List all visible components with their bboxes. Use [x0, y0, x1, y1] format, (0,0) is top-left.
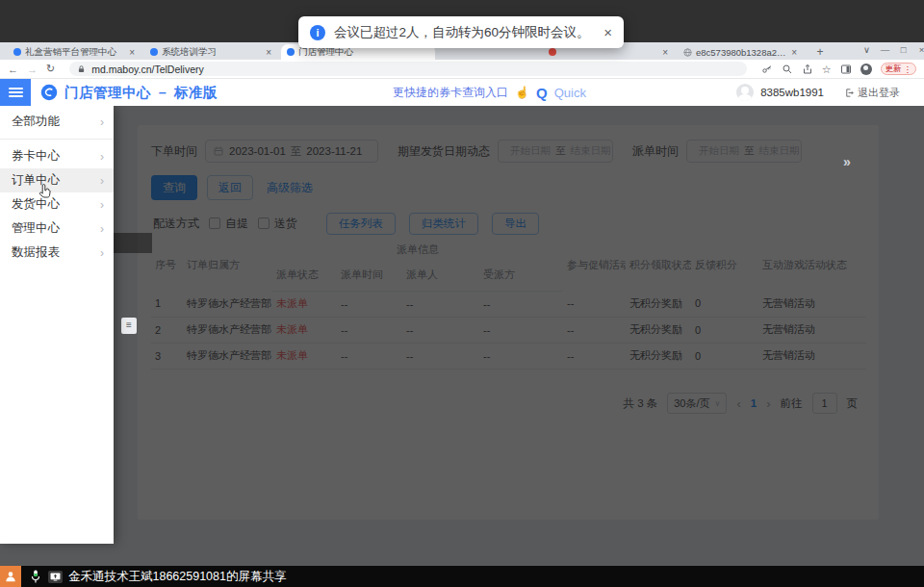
- window-close-button[interactable]: ×: [914, 44, 924, 55]
- zoom-icon[interactable]: [782, 64, 793, 75]
- sidebar-item-coupon-center[interactable]: 券卡中心 ›: [0, 144, 114, 168]
- toast-close-icon[interactable]: ×: [603, 24, 612, 40]
- sidebar-item-label: 发货中心: [12, 196, 60, 213]
- sidebar-drawer: 全部功能 › 券卡中心 › 订单中心 › 发货中心 ›: [0, 106, 114, 544]
- profile-avatar-icon[interactable]: [860, 64, 872, 75]
- cursor-pointer: [38, 183, 52, 203]
- pointing-hand-icon: ☝: [515, 86, 529, 99]
- coupon-query-link[interactable]: 更快捷的券卡查询入口: [393, 85, 508, 101]
- site-favicon: [150, 48, 158, 56]
- chevron-right-icon: ›: [100, 115, 104, 129]
- chevron-right-icon: ›: [100, 150, 104, 164]
- page-title: 门店管理中心 － 标准版: [64, 84, 218, 102]
- globe-icon: [683, 48, 692, 57]
- brand: 门店管理中心 － 标准版: [40, 79, 218, 106]
- site-favicon: [13, 48, 21, 56]
- app-viewport: 门店管理中心 － 标准版 更快捷的券卡查询入口 ☝ Q Quick 8385wb…: [0, 79, 924, 566]
- sidebar-item-label: 订单中心: [12, 172, 60, 189]
- logout-icon: [844, 88, 855, 98]
- sidebar-item-management-center[interactable]: 管理中心 ›: [0, 217, 114, 241]
- logout-label: 退出登录: [858, 86, 900, 100]
- chevron-right-icon: ›: [100, 198, 104, 212]
- sidebar-item-label: 数据报表: [12, 244, 60, 261]
- window-maximize-button[interactable]: □: [896, 44, 911, 55]
- tab-search-icon[interactable]: ∨: [860, 44, 874, 55]
- logout-button[interactable]: 退出登录: [844, 86, 900, 100]
- tab-title: e8c573980b1328a258fd2e618: [696, 47, 787, 58]
- lock-icon: [77, 64, 86, 74]
- site-favicon: [287, 48, 295, 56]
- meeting-toast: i 会议已超过2人，自动转为60分钟限时会议。 ×: [298, 16, 624, 48]
- site-favicon: [549, 48, 556, 56]
- sidebar-item-label: 券卡中心: [12, 148, 60, 165]
- back-icon[interactable]: ←: [8, 64, 18, 75]
- new-tab-button[interactable]: +: [813, 45, 827, 59]
- modal-overlay[interactable]: [0, 106, 924, 566]
- password-key-icon[interactable]: [761, 64, 773, 75]
- chrome-update-button[interactable]: 更新 ⋮: [881, 63, 917, 75]
- toast-message: 会议已超过2人，自动转为60分钟限时会议。: [334, 24, 590, 41]
- app-body: 下单时间 2023-01-01 至 2023-11-21 期望发货日期动: [0, 106, 924, 566]
- share-status-text: 金禾通技术王斌18662591081的屏幕共享: [68, 569, 286, 585]
- screen-share-bar: 金禾通技术王斌18662591081的屏幕共享: [0, 566, 924, 587]
- microphone-icon: [29, 569, 42, 584]
- sidebar-item-label: 管理中心: [12, 220, 60, 237]
- search-q-icon[interactable]: Q: [536, 85, 548, 101]
- share-icon[interactable]: [802, 64, 813, 75]
- browser-tab[interactable]: 礼盒营销平台管理中心 ×: [8, 44, 141, 60]
- quick-search-label[interactable]: Quick: [554, 86, 586, 100]
- update-label: 更新: [886, 64, 902, 75]
- chevron-right-icon: ›: [100, 174, 104, 188]
- bookmark-star-icon[interactable]: ☆: [822, 64, 832, 75]
- forward-icon[interactable]: →: [27, 64, 38, 75]
- username-text: 8385wb1991: [760, 87, 824, 98]
- info-icon: i: [310, 25, 325, 40]
- quick-search-cluster: 更快捷的券卡查询入口 ☝ Q Quick: [393, 79, 586, 106]
- user-avatar: [736, 84, 754, 101]
- address-bar[interactable]: md.maboy.cn/TelDelivery: [69, 62, 746, 76]
- sidebar-item-shipping-center[interactable]: 发货中心 ›: [0, 192, 114, 217]
- sidebar-item-label: 全部功能: [12, 114, 60, 130]
- window-minimize-button[interactable]: —: [878, 44, 892, 55]
- tab-title: 礼盒营销平台管理中心: [25, 46, 125, 59]
- sidebar-item-all-functions[interactable]: 全部功能 ›: [0, 110, 114, 134]
- divider: [0, 139, 114, 140]
- reload-icon[interactable]: ↻: [46, 63, 55, 75]
- tab-title: 系统培训学习: [162, 46, 262, 59]
- tab-close-icon[interactable]: ×: [791, 47, 797, 58]
- tab-close-icon[interactable]: ×: [129, 47, 135, 58]
- user-cluster: 8385wb1991 退出登录: [736, 79, 900, 106]
- browser-tab[interactable]: e8c573980b1328a258fd2e618 ×: [678, 44, 803, 60]
- tab-close-icon[interactable]: ×: [662, 47, 668, 58]
- side-panel-icon[interactable]: [840, 64, 852, 75]
- participant-avatar-icon: [0, 566, 21, 587]
- sidebar-item-data-reports[interactable]: 数据报表 ›: [0, 241, 114, 265]
- app-header: 门店管理中心 － 标准版 更快捷的券卡查询入口 ☝ Q Quick 8385wb…: [0, 79, 924, 106]
- browser-toolbar: ← → ↻ md.maboy.cn/TelDelivery: [0, 60, 924, 79]
- browser-window: 礼盒营销平台管理中心 × 系统培训学习 × 门店管理中心 ×: [0, 42, 924, 566]
- app-logo-icon: [40, 84, 58, 101]
- hamburger-menu-button[interactable]: [0, 79, 31, 106]
- kebab-menu-icon: ⋮: [904, 64, 912, 74]
- screen: 礼盒营销平台管理中心 × 系统培训学习 × 门店管理中心 ×: [0, 0, 924, 587]
- chevron-right-icon: ›: [100, 222, 104, 236]
- browser-tab[interactable]: 系统培训学习 ×: [144, 44, 277, 60]
- screen-share-icon: [48, 571, 63, 583]
- chevron-right-icon: ›: [100, 246, 104, 260]
- sidebar-item-order-center[interactable]: 订单中心 ›: [0, 168, 114, 192]
- tab-close-icon[interactable]: ×: [266, 47, 271, 58]
- url-text: md.maboy.cn/TelDelivery: [91, 64, 204, 75]
